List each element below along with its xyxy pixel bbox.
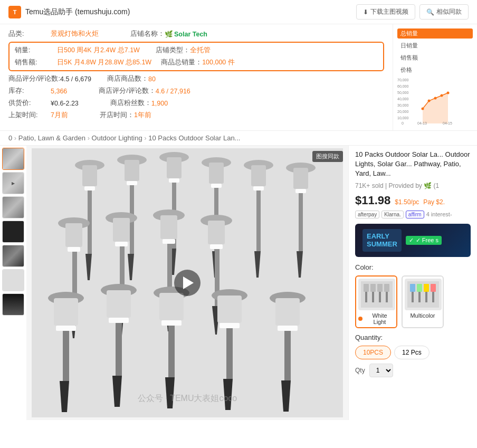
svg-rect-19 bbox=[84, 186, 95, 190]
main-price: $11.98 bbox=[355, 194, 390, 207]
color-option-multi[interactable]: Multicolor bbox=[402, 275, 444, 328]
svg-rect-64 bbox=[210, 244, 223, 249]
svg-text:04-15: 04-15 bbox=[443, 121, 452, 125]
breadcrumb-patio[interactable]: Patio, Lawn & Garden bbox=[18, 134, 85, 142]
store-fans-label: 商店粉丝数： bbox=[110, 99, 151, 108]
store-rating-label: 商店评分/评论数： bbox=[99, 87, 155, 96]
free-label: ✓ Free s bbox=[416, 237, 438, 244]
similar-button[interactable]: 🔍 相似同款 bbox=[419, 4, 469, 20]
total-sales-label: 商品总销量： bbox=[161, 58, 202, 67]
inventory-value: 5,366 bbox=[51, 88, 67, 95]
svg-rect-108 bbox=[425, 292, 427, 302]
download-video-button[interactable]: ⬇ 下载主图视频 bbox=[356, 4, 415, 20]
similar-icon: 🔍 bbox=[426, 8, 434, 16]
qty-select-row: Qty 1 2 3 bbox=[355, 364, 471, 377]
svg-rect-75 bbox=[116, 323, 122, 376]
qty-select-label: Qty bbox=[355, 367, 365, 374]
svg-point-9 bbox=[422, 108, 424, 110]
svg-rect-84 bbox=[220, 323, 240, 328]
svg-rect-95 bbox=[377, 284, 383, 292]
svg-text:40,000: 40,000 bbox=[397, 97, 409, 101]
qty-select[interactable]: 1 2 3 bbox=[369, 364, 393, 377]
svg-rect-102 bbox=[410, 284, 415, 292]
svg-point-11 bbox=[434, 97, 437, 100]
thumbnail-7[interactable] bbox=[2, 293, 24, 316]
price-row: $11.98 $1.50/pc Pay $2. bbox=[355, 194, 471, 207]
daily-sales-label: 销量: bbox=[15, 46, 57, 55]
play-icon bbox=[183, 277, 194, 289]
store-type-value: 全托管 bbox=[190, 46, 211, 55]
image-search-badge[interactable]: 图搜同款 bbox=[312, 151, 343, 162]
svg-rect-40 bbox=[256, 190, 261, 251]
white-light-label-row: White Light bbox=[358, 312, 394, 325]
category-label: 品类: bbox=[8, 30, 51, 39]
info-chart-section: 品类: 景观灯饰和火炬 店铺名称： 🌿 Solar Tech 销量: 日500 … bbox=[0, 24, 477, 131]
inventory-row: 库存: 5,366 商店评分/评论数： 4.6 / 27,916 bbox=[8, 87, 384, 96]
tab-price[interactable]: 价格 bbox=[397, 65, 473, 75]
daily-sales-value: 日500 周4K 月2.4W 总7.1W bbox=[57, 46, 140, 55]
summer-label: EARLYSUMMER bbox=[367, 232, 397, 249]
color-label: Color: bbox=[355, 263, 471, 271]
header: T Temu选品助手 (temushuju.com) ⬇ 下载主图视频 🔍 相似… bbox=[0, 0, 477, 24]
svg-rect-90 bbox=[284, 331, 291, 380]
qty-10pcs[interactable]: 10PCS bbox=[355, 346, 391, 359]
white-light-swatch bbox=[358, 279, 395, 310]
color-option-white[interactable]: White Light bbox=[355, 275, 397, 328]
multicolor-label-row: Multicolor bbox=[405, 312, 441, 319]
breadcrumb-home[interactable]: 0 bbox=[8, 134, 12, 142]
svg-rect-79 bbox=[161, 320, 182, 326]
svg-rect-54 bbox=[115, 242, 128, 246]
store-name-value: Solar Tech bbox=[174, 31, 207, 38]
svg-rect-63 bbox=[208, 221, 225, 244]
svg-rect-85 bbox=[226, 328, 233, 379]
play-button[interactable] bbox=[174, 270, 201, 296]
svg-rect-97 bbox=[365, 292, 367, 302]
qty-12pcs[interactable]: 12 Pcs bbox=[394, 346, 430, 359]
summer-text-box: EARLYSUMMER bbox=[362, 229, 402, 252]
tab-daily-sales[interactable]: 日销量 bbox=[397, 41, 473, 51]
thumbnail-4[interactable] bbox=[2, 221, 24, 243]
product-title: 10 Packs Outdoor Solar La... Outdoor Lig… bbox=[355, 150, 471, 179]
svg-rect-49 bbox=[68, 247, 80, 252]
thumbnail-1[interactable] bbox=[2, 148, 24, 170]
tab-revenue[interactable]: 销售额 bbox=[397, 53, 473, 63]
svg-rect-106 bbox=[412, 292, 414, 302]
svg-rect-107 bbox=[418, 292, 421, 302]
affirm-tag: affirm bbox=[406, 211, 424, 218]
thumbnail-3[interactable] bbox=[2, 196, 24, 218]
svg-rect-18 bbox=[82, 165, 97, 186]
svg-text:04-13: 04-13 bbox=[417, 121, 427, 125]
svg-text:50,000: 50,000 bbox=[397, 91, 409, 94]
product-detail-panel: 10 Packs Outdoor Solar La... Outdoor Lig… bbox=[348, 146, 477, 420]
breadcrumb-product[interactable]: 10 Packs Outdoor Solar Lan... bbox=[148, 134, 240, 142]
sales-box: 销量: 日500 周4K 月2.4W 总7.1W 店铺类型： 全托管 销售额: … bbox=[8, 42, 384, 71]
svg-rect-68 bbox=[54, 298, 78, 326]
svg-rect-74 bbox=[109, 318, 129, 323]
breadcrumb-lighting[interactable]: Outdoor Lighting bbox=[92, 134, 142, 142]
thumbnail-6[interactable] bbox=[2, 269, 24, 291]
category-row: 品类: 景观灯饰和火炬 店铺名称： 🌿 Solar Tech bbox=[8, 30, 384, 39]
svg-rect-100 bbox=[386, 292, 388, 302]
svg-rect-24 bbox=[127, 181, 137, 185]
thumbnail-5[interactable] bbox=[2, 245, 24, 267]
header-buttons: ⬇ 下载主图视频 🔍 相似同款 bbox=[356, 4, 469, 20]
color-options: White Light bbox=[355, 275, 471, 328]
svg-rect-59 bbox=[163, 239, 175, 244]
svg-rect-45 bbox=[299, 193, 303, 251]
supply-price-label: 供货价: bbox=[8, 99, 51, 108]
svg-text:60,000: 60,000 bbox=[397, 84, 409, 88]
rating-label: 商品评分/评论数: bbox=[8, 74, 60, 83]
logo-icon: T bbox=[8, 6, 21, 18]
svg-rect-109 bbox=[432, 292, 434, 302]
pay-label: Pay $2. bbox=[423, 198, 445, 206]
thumbnail-2[interactable]: ▶ bbox=[2, 172, 24, 194]
svg-rect-83 bbox=[217, 296, 242, 323]
svg-rect-23 bbox=[125, 160, 139, 181]
open-time-label: 开店时间： bbox=[100, 111, 134, 120]
svg-rect-43 bbox=[293, 168, 308, 189]
header-left: T Temu选品助手 (temushuju.com) bbox=[8, 6, 130, 18]
tab-total-sales[interactable]: 总销量 bbox=[397, 28, 473, 39]
svg-rect-94 bbox=[370, 284, 376, 292]
svg-rect-70 bbox=[63, 331, 69, 381]
listing-time-label: 上架时间: bbox=[8, 111, 51, 120]
